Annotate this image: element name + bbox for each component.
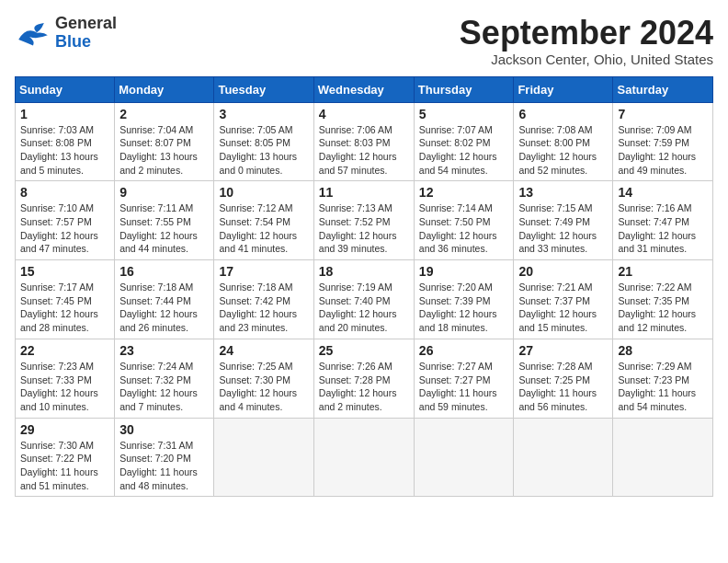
calendar-cell: 1Sunrise: 7:03 AMSunset: 8:08 PMDaylight… (16, 102, 115, 181)
calendar-cell: 23Sunrise: 7:24 AMSunset: 7:32 PMDayligh… (115, 339, 214, 418)
week-row-2: 8Sunrise: 7:10 AMSunset: 7:57 PMDaylight… (16, 181, 713, 260)
day-info: Sunrise: 7:27 AMSunset: 7:27 PMDaylight:… (419, 360, 509, 414)
day-info: Sunrise: 7:18 AMSunset: 7:44 PMDaylight:… (119, 281, 209, 335)
calendar-cell: 3Sunrise: 7:05 AMSunset: 8:05 PMDaylight… (214, 102, 313, 181)
day-number: 10 (219, 185, 308, 200)
day-info: Sunrise: 7:20 AMSunset: 7:39 PMDaylight:… (419, 281, 509, 335)
day-number: 1 (20, 107, 109, 121)
day-number: 19 (419, 264, 509, 279)
day-number: 28 (618, 343, 708, 358)
calendar-cell: 29Sunrise: 7:30 AMSunset: 7:22 PMDayligh… (16, 418, 115, 497)
day-header-wednesday: Wednesday (313, 76, 414, 102)
day-info: Sunrise: 7:23 AMSunset: 7:33 PMDaylight:… (20, 360, 109, 414)
week-row-5: 29Sunrise: 7:30 AMSunset: 7:22 PMDayligh… (16, 418, 713, 497)
day-info: Sunrise: 7:21 AMSunset: 7:37 PMDaylight:… (518, 281, 608, 335)
day-info: Sunrise: 7:19 AMSunset: 7:40 PMDaylight:… (319, 281, 409, 335)
calendar-cell: 9Sunrise: 7:11 AMSunset: 7:55 PMDaylight… (115, 181, 214, 260)
day-number: 7 (618, 107, 708, 121)
day-info: Sunrise: 7:22 AMSunset: 7:35 PMDaylight:… (618, 281, 708, 335)
week-row-1: 1Sunrise: 7:03 AMSunset: 8:08 PMDaylight… (16, 102, 713, 181)
month-title: September 2024 (460, 15, 713, 52)
calendar-cell: 16Sunrise: 7:18 AMSunset: 7:44 PMDayligh… (115, 260, 214, 339)
header: General Blue September 2024 Jackson Cent… (15, 15, 713, 67)
logo: General Blue (15, 15, 117, 52)
calendar-cell (514, 418, 613, 497)
day-header-friday: Friday (514, 76, 613, 102)
day-header-tuesday: Tuesday (214, 76, 313, 102)
day-info: Sunrise: 7:25 AMSunset: 7:30 PMDaylight:… (219, 360, 308, 414)
calendar-cell: 8Sunrise: 7:10 AMSunset: 7:57 PMDaylight… (16, 181, 115, 260)
day-number: 9 (119, 185, 209, 200)
day-of-week-row: SundayMondayTuesdayWednesdayThursdayFrid… (16, 76, 713, 102)
week-row-3: 15Sunrise: 7:17 AMSunset: 7:45 PMDayligh… (16, 260, 713, 339)
day-number: 17 (219, 264, 308, 279)
logo-general: General (55, 15, 117, 33)
day-number: 21 (618, 264, 708, 279)
calendar-cell: 13Sunrise: 7:15 AMSunset: 7:49 PMDayligh… (514, 181, 613, 260)
day-header-sunday: Sunday (16, 76, 115, 102)
day-number: 15 (20, 264, 109, 279)
calendar-table: SundayMondayTuesdayWednesdayThursdayFrid… (15, 76, 713, 498)
calendar-cell: 18Sunrise: 7:19 AMSunset: 7:40 PMDayligh… (313, 260, 414, 339)
day-info: Sunrise: 7:17 AMSunset: 7:45 PMDaylight:… (20, 281, 109, 335)
day-number: 18 (319, 264, 409, 279)
week-row-4: 22Sunrise: 7:23 AMSunset: 7:33 PMDayligh… (16, 339, 713, 418)
day-info: Sunrise: 7:18 AMSunset: 7:42 PMDaylight:… (219, 281, 308, 335)
calendar-body: 1Sunrise: 7:03 AMSunset: 8:08 PMDaylight… (16, 102, 713, 497)
calendar-cell: 17Sunrise: 7:18 AMSunset: 7:42 PMDayligh… (214, 260, 313, 339)
title-area: September 2024 Jackson Center, Ohio, Uni… (460, 15, 713, 67)
day-number: 26 (419, 343, 509, 358)
calendar-cell (613, 418, 713, 497)
day-number: 20 (518, 264, 608, 279)
day-info: Sunrise: 7:08 AMSunset: 8:00 PMDaylight:… (518, 123, 608, 178)
day-number: 12 (419, 185, 509, 200)
day-number: 24 (219, 343, 308, 358)
day-info: Sunrise: 7:24 AMSunset: 7:32 PMDaylight:… (119, 360, 209, 414)
day-number: 25 (319, 343, 409, 358)
day-info: Sunrise: 7:09 AMSunset: 7:59 PMDaylight:… (618, 123, 708, 178)
logo-text: General Blue (55, 15, 117, 52)
calendar-cell: 21Sunrise: 7:22 AMSunset: 7:35 PMDayligh… (613, 260, 713, 339)
day-info: Sunrise: 7:07 AMSunset: 8:02 PMDaylight:… (419, 123, 509, 178)
location: Jackson Center, Ohio, United States (460, 52, 713, 67)
day-info: Sunrise: 7:10 AMSunset: 7:57 PMDaylight:… (20, 201, 109, 256)
calendar-cell (313, 418, 414, 497)
day-info: Sunrise: 7:28 AMSunset: 7:25 PMDaylight:… (518, 360, 608, 414)
day-number: 4 (319, 107, 409, 121)
day-info: Sunrise: 7:04 AMSunset: 8:07 PMDaylight:… (119, 123, 209, 178)
day-info: Sunrise: 7:05 AMSunset: 8:05 PMDaylight:… (219, 123, 308, 178)
day-number: 11 (319, 185, 409, 200)
calendar-cell: 27Sunrise: 7:28 AMSunset: 7:25 PMDayligh… (514, 339, 613, 418)
day-info: Sunrise: 7:31 AMSunset: 7:20 PMDaylight:… (119, 439, 209, 493)
calendar-cell: 5Sunrise: 7:07 AMSunset: 8:02 PMDaylight… (414, 102, 514, 181)
day-header-thursday: Thursday (414, 76, 514, 102)
day-header-monday: Monday (115, 76, 214, 102)
calendar-cell: 4Sunrise: 7:06 AMSunset: 8:03 PMDaylight… (313, 102, 414, 181)
calendar-cell: 19Sunrise: 7:20 AMSunset: 7:39 PMDayligh… (414, 260, 514, 339)
calendar-cell (414, 418, 514, 497)
calendar-cell: 6Sunrise: 7:08 AMSunset: 8:00 PMDaylight… (514, 102, 613, 181)
calendar-cell: 10Sunrise: 7:12 AMSunset: 7:54 PMDayligh… (214, 181, 313, 260)
day-number: 16 (119, 264, 209, 279)
day-info: Sunrise: 7:15 AMSunset: 7:49 PMDaylight:… (518, 201, 608, 256)
day-number: 30 (119, 422, 209, 437)
calendar-cell: 15Sunrise: 7:17 AMSunset: 7:45 PMDayligh… (16, 260, 115, 339)
day-info: Sunrise: 7:13 AMSunset: 7:52 PMDaylight:… (319, 201, 409, 256)
calendar-cell: 25Sunrise: 7:26 AMSunset: 7:28 PMDayligh… (313, 339, 414, 418)
day-number: 8 (20, 185, 109, 200)
calendar-cell: 2Sunrise: 7:04 AMSunset: 8:07 PMDaylight… (115, 102, 214, 181)
day-info: Sunrise: 7:16 AMSunset: 7:47 PMDaylight:… (618, 201, 708, 256)
day-number: 27 (518, 343, 608, 358)
day-number: 6 (518, 107, 608, 121)
day-info: Sunrise: 7:30 AMSunset: 7:22 PMDaylight:… (20, 439, 109, 493)
calendar-cell: 26Sunrise: 7:27 AMSunset: 7:27 PMDayligh… (414, 339, 514, 418)
calendar-cell: 20Sunrise: 7:21 AMSunset: 7:37 PMDayligh… (514, 260, 613, 339)
day-info: Sunrise: 7:29 AMSunset: 7:23 PMDaylight:… (618, 360, 708, 414)
day-number: 5 (419, 107, 509, 121)
day-number: 14 (618, 185, 708, 200)
day-info: Sunrise: 7:26 AMSunset: 7:28 PMDaylight:… (319, 360, 409, 414)
calendar-cell: 28Sunrise: 7:29 AMSunset: 7:23 PMDayligh… (613, 339, 713, 418)
day-number: 2 (119, 107, 209, 121)
day-number: 3 (219, 107, 308, 121)
day-number: 23 (119, 343, 209, 358)
